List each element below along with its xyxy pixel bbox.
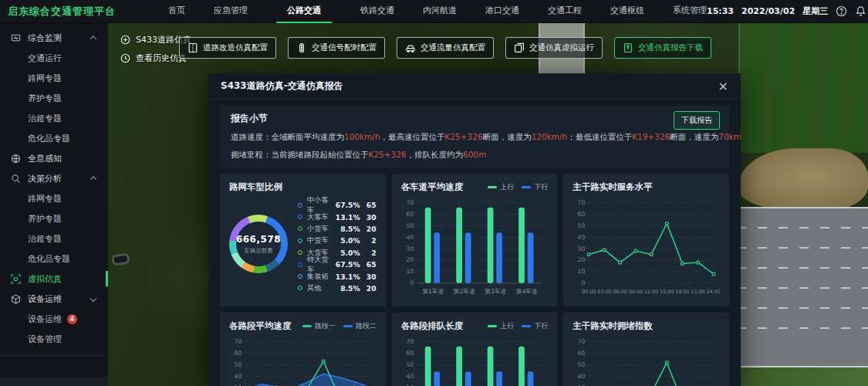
map-dirt-patch <box>738 148 868 212</box>
chart-body: 01020304050607000:0003:0006:0009:0012:00… <box>572 196 720 299</box>
nav-item-7[interactable]: 交通枢纽 <box>610 0 644 23</box>
nav-item-3[interactable]: 铁路交通 <box>360 0 394 23</box>
legend-dot <box>298 226 302 231</box>
top-bar: 启东综合交通管理平台 首页应急管理公路交通铁路交通内河航道港口交通交通工程交通枢… <box>0 0 868 23</box>
sidebar-subitem-label: 交通运行 <box>28 52 62 64</box>
sidebar-subitem-4-1[interactable]: 设备管理 <box>0 329 108 349</box>
svg-text:60: 60 <box>406 211 414 218</box>
svg-text:40: 40 <box>406 373 414 380</box>
sidebar-item-2[interactable]: 决策分析 <box>0 168 108 188</box>
chart-body: 666,578车辆总数量中小客车67.5%65大客车13.1%30小货车8.5%… <box>229 198 377 294</box>
modal-header: S433道路仿真-交通仿真报告 × <box>208 73 741 100</box>
sidebar-subitem-0-4[interactable]: 危化品专题 <box>0 128 108 148</box>
chevron-down-icon <box>90 296 96 302</box>
sidebar-subitem-0-3[interactable]: 治超专题 <box>0 108 108 128</box>
legend-marker <box>522 186 531 188</box>
svg-text:40: 40 <box>578 234 586 241</box>
modal-title: S433道路仿真-交通仿真报告 <box>221 80 343 93</box>
clock-icon <box>120 53 130 63</box>
svg-text:50: 50 <box>235 361 242 368</box>
toolbar-button-2[interactable]: 交通流量仿真配置 <box>397 37 494 59</box>
donut-legend-row-2: 小货车8.5%20 <box>298 223 377 235</box>
help-icon[interactable] <box>836 5 847 17</box>
nav-item-5[interactable]: 港口交通 <box>485 0 519 23</box>
chart-svg: 010203040506070 <box>229 335 377 386</box>
notification-badge: 4 <box>67 314 77 324</box>
legend-value: 65 <box>360 260 377 269</box>
donut-legend-row-7: 其他8.5%20 <box>298 283 377 294</box>
chart-title: 主干路实时服务水平 <box>572 181 653 193</box>
svg-text:00:00: 00:00 <box>582 289 596 294</box>
donut-center: 666,578车辆总数量 <box>236 222 281 266</box>
sidebar-subitem-2-3[interactable]: 危化品专题 <box>0 249 108 269</box>
legend-percent: 13.1% <box>335 273 360 281</box>
svg-text:第2车道: 第2车道 <box>454 288 475 295</box>
legend-dot <box>298 274 302 279</box>
sidebar-subitem-0-0[interactable]: 交通运行 <box>0 48 108 68</box>
nav-item-4[interactable]: 内河航道 <box>423 0 457 23</box>
legend-value: 2 <box>360 236 377 245</box>
toolbar-button-1[interactable]: 交通信号配时配置 <box>288 37 385 59</box>
nav-item-8[interactable]: 系统管理 <box>673 0 707 23</box>
sidebar-subitem-2-1[interactable]: 养护专题 <box>0 208 108 229</box>
sidebar-subitem-label: 设备运维 <box>28 313 62 325</box>
chart-legend: 上行下行 <box>488 182 548 192</box>
svg-text:20: 20 <box>406 256 414 263</box>
clock-time: 15:33 <box>707 6 734 16</box>
svg-text:30: 30 <box>578 245 586 252</box>
donut-legend-row-3: 中货车5.0%2 <box>298 235 377 246</box>
toolbar-button-3[interactable]: 交通仿真虚拟运行 <box>505 37 603 59</box>
chart-title: 各路段排队长度 <box>401 320 464 332</box>
nav-item-2[interactable]: 公路交通 <box>276 0 332 23</box>
svg-text:50: 50 <box>406 361 414 368</box>
summary-lines: 道路速度：全域断面平均速度为100km/h，最高速位置位于K25+326断面，速… <box>231 132 718 161</box>
nav-item-6[interactable]: 交通工程 <box>548 0 582 23</box>
bell-icon[interactable] <box>855 5 866 17</box>
chart-card-header: 各路段平均速度路段一路段二 <box>229 320 377 332</box>
sidebar-subitem-0-2[interactable]: 养护专题 <box>0 88 108 108</box>
chart-title: 各路段平均速度 <box>229 320 292 332</box>
car-icon <box>405 42 416 53</box>
chart-body: 010203040506070第1车道第2车道第3车道第4车道 <box>401 196 549 299</box>
sidebar-subitem-label: 路网专题 <box>28 73 62 84</box>
svg-text:50: 50 <box>406 222 414 229</box>
legend-percent: 5.0% <box>335 249 360 257</box>
sidebar-bottom-strip <box>0 377 108 386</box>
sidebar-item-0[interactable]: 综合监测 <box>0 28 108 48</box>
nav-item-0[interactable]: 首页 <box>168 0 185 23</box>
toolbar-button-4[interactable]: 交通仿真报告下载 <box>614 37 711 59</box>
map-field <box>738 23 868 153</box>
close-icon[interactable]: × <box>718 80 728 93</box>
sidebar-item-1[interactable]: 全息感知 <box>0 148 108 168</box>
svg-text:第3车道: 第3车道 <box>485 288 506 295</box>
legend-label: 下行 <box>534 321 548 331</box>
svg-text:24:00: 24:00 <box>707 289 720 294</box>
legend-name: 其他 <box>307 283 335 293</box>
toolbar-button-0[interactable]: 道路改造仿真配置 <box>179 37 276 59</box>
sidebar-subitem-label: 治超专题 <box>28 113 62 124</box>
sidebar-item-4[interactable]: 设备运维 <box>0 289 108 309</box>
chart-card-header: 各车道平均速度上行下行 <box>401 181 549 193</box>
sidebar-subitem-0-1[interactable]: 路网专题 <box>0 68 108 88</box>
sidebar-subitem-2-2[interactable]: 治超专题 <box>0 229 108 249</box>
chart-legend: 上行下行 <box>488 321 548 331</box>
legend-marker <box>488 325 497 327</box>
svg-text:18:00: 18:00 <box>676 289 690 294</box>
svg-text:15:00: 15:00 <box>660 289 674 294</box>
map-road <box>737 207 868 367</box>
sidebar-subitem-2-0[interactable]: 路网专题 <box>0 188 108 208</box>
globe-icon <box>11 154 21 164</box>
legend-value: 30 <box>360 273 377 281</box>
chevron-up-icon <box>90 36 96 42</box>
sidebar-item-3[interactable]: 虚拟仿真 <box>0 269 108 289</box>
summary-line-1: 拥堵里程：当前拥堵路段起始位置位于K25+326，排队长度约为600m <box>231 150 718 161</box>
sidebar-item-label: 综合监测 <box>28 32 62 44</box>
sidebar-subitem-4-0[interactable]: 设备运维4 <box>0 309 108 329</box>
svg-text:60: 60 <box>406 350 414 357</box>
svg-text:60: 60 <box>578 211 586 218</box>
legend-label: 路段一 <box>315 321 336 331</box>
svg-text:第1车道: 第1车道 <box>422 288 444 295</box>
svg-text:50: 50 <box>578 222 586 229</box>
nav-item-1[interactable]: 应急管理 <box>214 0 248 23</box>
download-report-button[interactable]: 下载报告 <box>674 111 720 130</box>
